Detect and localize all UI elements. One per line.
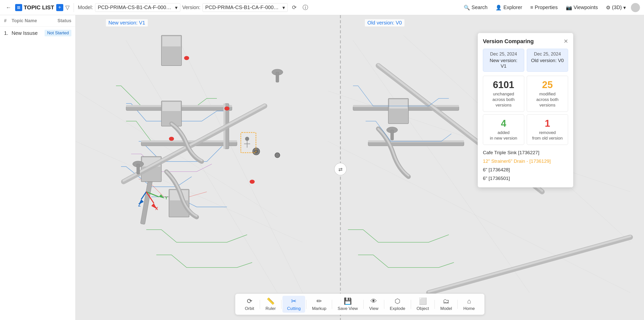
svg-point-63 xyxy=(275,153,280,158)
info-button[interactable]: ⓘ xyxy=(301,3,310,12)
model-label: Model: xyxy=(78,5,93,10)
search-label: Search xyxy=(472,5,487,10)
cutting-button[interactable]: ✂ Cutting xyxy=(283,296,305,313)
stat-unchanged: 6101 unchangedacross both versions xyxy=(483,76,524,112)
stat-unchanged-num: 6101 xyxy=(487,79,520,90)
bottom-toolbar: ⟳ Orbit 📏 Ruler ✂ Cutting ✏ Markup 💾 Sav… xyxy=(235,294,485,315)
save-view-button[interactable]: 💾 Save View xyxy=(333,296,362,313)
col-status: Status xyxy=(46,18,71,23)
svg-text:X: X xyxy=(155,206,158,211)
change-item-1[interactable]: 12" Strainer6" Drain - [1736129] xyxy=(483,157,568,165)
row-num-1: 1. xyxy=(4,30,12,36)
view-button[interactable]: 👁 View xyxy=(365,296,383,313)
svg-text:Y: Y xyxy=(165,196,168,200)
threed-label: (3D) xyxy=(612,5,622,10)
add-topic-button[interactable]: + xyxy=(56,4,63,11)
col-hash: # xyxy=(4,18,12,23)
cutting-label: Cutting xyxy=(287,306,301,311)
svg-rect-52 xyxy=(389,99,407,109)
new-version-label: New version: V1 xyxy=(106,19,148,26)
stat-modified-num: 25 xyxy=(531,79,564,90)
stat-unchanged-label: unchangedacross both versions xyxy=(487,91,520,108)
explode-icon: ⬡ xyxy=(395,297,400,305)
ruler-label: Ruler xyxy=(266,306,276,311)
version-value: PCD-PRIMA-CS-B1-CA-F-0001.rvt xyxy=(205,5,281,10)
new-version-badge: Dec 25, 2024 New version: V1 xyxy=(483,49,524,72)
ruler-button[interactable]: 📏 Ruler xyxy=(261,296,280,313)
model-button[interactable]: 🗂 Model xyxy=(436,296,456,313)
change-list: Cafe Triple Sink [1736227] 12" Strainer6… xyxy=(483,149,568,182)
view-icon: 👁 xyxy=(370,297,377,305)
sidebar-header: # Topic Name Status xyxy=(0,15,75,27)
toolbar-divider-1 xyxy=(260,300,260,309)
properties-label: Properties xyxy=(535,5,558,10)
object-button[interactable]: ⬜ Object xyxy=(412,296,433,313)
view-label: View xyxy=(369,306,378,311)
change-item-0[interactable]: Cafe Triple Sink [1736227] xyxy=(483,149,568,156)
filter-button[interactable]: ▽ xyxy=(65,4,70,11)
avatar[interactable] xyxy=(631,3,640,12)
explorer-label: Explorer xyxy=(503,5,522,10)
viewpoints-button[interactable]: 📷 Viewpoints xyxy=(563,3,601,12)
model-icon: 🗂 xyxy=(443,297,449,305)
explorer-button[interactable]: 👤 Explorer xyxy=(492,3,525,12)
threed-chevron: ▾ xyxy=(623,5,626,11)
toolbar-divider-9 xyxy=(458,300,458,309)
object-icon: ⬜ xyxy=(419,297,427,305)
toolbar-divider-5 xyxy=(363,300,364,309)
stat-added: 4 addedin new version xyxy=(483,114,524,145)
model-dropdown[interactable]: PCD-PRIMA-CS-B1-CA-F-0001.rvt ▾ xyxy=(95,3,180,12)
new-version-date: Dec 25, 2024 xyxy=(487,51,520,57)
stat-added-num: 4 xyxy=(487,118,520,129)
properties-button[interactable]: ≡ Properties xyxy=(527,3,561,12)
svg-text:⇄: ⇄ xyxy=(338,167,343,172)
old-version-badge: Dec 25, 2024 Old version: V0 xyxy=(527,49,568,72)
model-value: PCD-PRIMA-CS-B1-CA-F-0001.rvt xyxy=(98,5,173,10)
search-icon: 🔍 xyxy=(464,5,470,11)
orbit-button[interactable]: ⟳ Orbit xyxy=(240,296,259,313)
col-topic-name: Topic Name xyxy=(12,18,46,23)
version-comparing-panel: Version Comparing ✕ Dec 25, 2024 New ver… xyxy=(478,33,573,188)
panel-header: Version Comparing ✕ xyxy=(483,38,568,45)
viewpoints-label: Viewpoints xyxy=(574,5,598,10)
top-bar: ← TOPIC LIST + ▽ Model: PCD-PRIMA-CS-B1-… xyxy=(0,0,644,15)
threed-button[interactable]: ⚙ (3D) ▾ xyxy=(603,3,629,12)
status-badge-1: Not Started xyxy=(45,30,71,36)
sidebar-row-1[interactable]: 1. New Issuse Not Started xyxy=(0,27,75,39)
orbit-icon: ⟳ xyxy=(247,297,252,305)
old-version-name: Old version: V0 xyxy=(531,58,564,63)
old-version-date: Dec 25, 2024 xyxy=(531,51,564,57)
topic-list-button[interactable]: TOPIC LIST xyxy=(15,4,54,11)
save-view-icon: 💾 xyxy=(344,297,352,305)
stat-removed: 1 removedfrom old version xyxy=(527,114,568,145)
home-button[interactable]: ⌂ Home xyxy=(459,296,479,313)
svg-rect-56 xyxy=(276,72,279,82)
stat-modified-label: modifiedacross both versions xyxy=(531,91,564,108)
threed-icon: ⚙ xyxy=(606,5,610,11)
explorer-icon: 👤 xyxy=(495,5,502,11)
panel-close-button[interactable]: ✕ xyxy=(564,38,568,45)
svg-rect-1 xyxy=(17,7,20,8)
refresh-button[interactable]: ⟳ xyxy=(290,3,299,12)
toolbar-divider-3 xyxy=(306,300,306,309)
model-label: Model xyxy=(440,306,452,311)
svg-rect-0 xyxy=(17,6,20,7)
change-item-3[interactable]: 6" [1736501] xyxy=(483,175,568,182)
stat-removed-num: 1 xyxy=(531,118,564,129)
old-version-label: Old version: V0 xyxy=(365,19,404,26)
markup-icon: ✏ xyxy=(316,297,322,305)
stats-grid: 6101 unchangedacross both versions 25 mo… xyxy=(483,76,568,145)
search-button[interactable]: 🔍 Search xyxy=(461,3,490,12)
toolbar-divider-8 xyxy=(434,300,435,309)
topic-list-label: TOPIC LIST xyxy=(24,4,54,11)
markup-button[interactable]: ✏ Markup xyxy=(307,296,331,313)
svg-rect-58 xyxy=(391,130,394,140)
version-dropdown[interactable]: PCD-PRIMA-CS-B1-CA-F-0001.rvt ▾ xyxy=(202,3,288,12)
svg-point-67 xyxy=(245,137,249,141)
row-name-1: New Issuse xyxy=(12,30,45,36)
change-item-2[interactable]: 6" [1736428] xyxy=(483,166,568,174)
divider-1 xyxy=(74,3,74,12)
explode-button[interactable]: ⬡ Explode xyxy=(385,296,410,313)
back-button[interactable]: ← xyxy=(4,3,13,12)
panel-title: Version Comparing xyxy=(483,38,534,45)
